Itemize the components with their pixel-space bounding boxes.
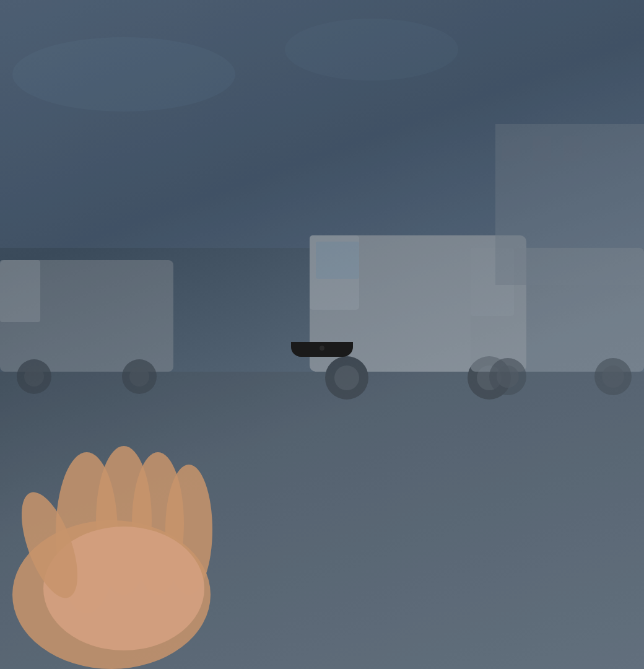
scene-container: Start MILEAGE bbox=[0, 0, 644, 669]
phone-notch bbox=[291, 342, 353, 357]
